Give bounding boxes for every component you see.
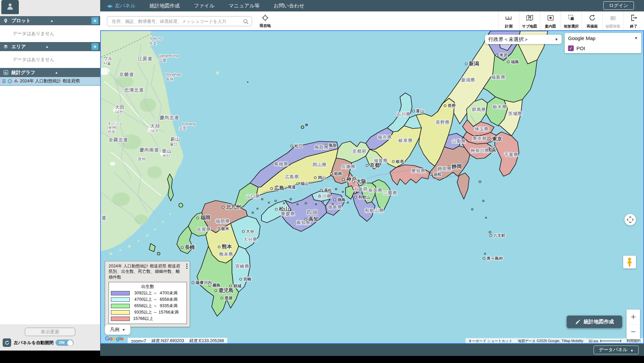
panel-refresh-button[interactable]: [3, 338, 11, 347]
exit-button[interactable]: 終了: [623, 11, 644, 31]
city-dot: [291, 145, 293, 147]
map-toolbar: 現在地 計測 サブ地図 案内図 矩形選択 再描画 秘匿情報 終了: [100, 11, 644, 31]
map-label: 福島県: [491, 75, 506, 80]
city-dot: [218, 246, 220, 248]
data-panel-button[interactable]: データパネル ▲: [594, 346, 639, 354]
map-label: 울산: [170, 142, 177, 146]
city-dot: [496, 54, 498, 56]
boundary-select[interactable]: 行政界＜未選択＞ ▼: [485, 35, 562, 44]
map-label: 岐阜: [396, 159, 404, 164]
poi-checkbox[interactable]: ✓: [568, 45, 574, 51]
overview-map-button[interactable]: 案内図: [540, 11, 561, 31]
map-label: 慶尚北道: [159, 115, 179, 120]
nav-left-panel[interactable]: 左パネル: [115, 3, 135, 9]
map-label: 香川県: [317, 194, 331, 199]
area-panel-header[interactable]: エリア ▲ +: [0, 42, 100, 51]
confidential-info-button[interactable]: 秘匿情報: [602, 11, 623, 31]
collapse-caret-icon: ▲: [55, 71, 58, 74]
map-label: ウル: [103, 56, 113, 61]
map-label: 大阪: [356, 178, 367, 184]
city-dot: [330, 173, 332, 175]
map-label: 千葉県: [504, 152, 518, 157]
map-label: 熊本県: [219, 252, 233, 257]
city-dot: [271, 187, 273, 189]
map-label: 鹿児島: [218, 287, 234, 293]
create-statmap-button[interactable]: 統計地図作成: [567, 316, 622, 328]
zoom-out-button[interactable]: −: [627, 325, 640, 339]
search-input[interactable]: [111, 19, 242, 24]
search-icon[interactable]: [242, 18, 249, 26]
stats-list-item[interactable]: ☰ 2024年 人口動態統計 都道府県: [0, 77, 100, 86]
city-dot: [343, 179, 345, 181]
toggle-knob: [67, 340, 73, 346]
zoom-in-button[interactable]: +: [627, 310, 640, 324]
map-label: 포항: [179, 126, 187, 130]
chevron-down-icon: ▼: [122, 328, 125, 332]
map-label: 동해: [166, 77, 173, 81]
map-label: 京都: [369, 162, 380, 168]
pan-control[interactable]: [625, 214, 636, 225]
auto-open-toggle[interactable]: ON: [55, 339, 74, 346]
nav-contact[interactable]: お問い合わせ: [274, 3, 304, 9]
map-label: 和歌山県: [365, 208, 384, 213]
map-label: 佐賀県: [197, 227, 211, 232]
map-label: Sokcho: [150, 36, 162, 40]
keyboard-shortcuts-link[interactable]: キーボード ショートカット: [466, 338, 515, 344]
map-label: 鳥取: [328, 143, 337, 148]
nav-manual[interactable]: マニュアル等: [229, 3, 259, 9]
latitude-readout: 緯度:N37.693203: [152, 338, 184, 344]
city-dot: [297, 183, 299, 185]
map-label: 群馬県: [472, 107, 486, 112]
measure-button[interactable]: 計測: [498, 11, 519, 31]
nav-create-statmap[interactable]: 統計地図作成: [150, 3, 180, 9]
legend-swatch: [111, 304, 130, 308]
street-view-pegman[interactable]: [623, 256, 636, 268]
map-label: 대전: [115, 110, 123, 114]
legend-menu-icon[interactable]: •••: [186, 263, 188, 269]
city-dot: [325, 144, 327, 146]
zoom-level: zoom=7: [131, 339, 146, 343]
map-label: 全羅北道: [108, 137, 128, 142]
map-label: 和歌山: [358, 195, 370, 199]
chevron-down-icon: ▼: [555, 37, 558, 41]
map-label: 宮崎県: [235, 264, 249, 269]
current-location-button[interactable]: 現在地: [257, 14, 274, 28]
map-label: Gangneung: [158, 53, 178, 58]
city-dot-center: [489, 139, 490, 140]
area-add-button[interactable]: +: [91, 43, 98, 50]
layers-icon: [3, 44, 9, 49]
nav-file[interactable]: ファイル: [194, 3, 214, 9]
stats-panel-header[interactable]: 統計グラフ ▲: [0, 68, 100, 77]
legend-toggle-button[interactable]: 凡例 ▼: [105, 325, 130, 335]
rect-select-button[interactable]: 矩形選択: [561, 11, 581, 31]
map-label: 高知: [309, 216, 319, 222]
plot-add-button[interactable]: +: [91, 17, 98, 24]
avatar-tab[interactable]: [1, 0, 19, 14]
map-label: 姫路: [334, 171, 343, 176]
bar-chart-icon: [3, 70, 9, 75]
plot-panel-header[interactable]: プロット ▲ +: [0, 16, 100, 25]
legend-row: 15766以上: [111, 316, 185, 322]
map-label: 속초: [149, 41, 157, 45]
google-logo[interactable]: Google: [105, 335, 124, 342]
submap-icon: [526, 14, 534, 23]
refresh-view-button[interactable]: 表示更新: [25, 328, 75, 336]
submap-button[interactable]: サブ地図: [519, 11, 540, 31]
map-label: 山梨県: [452, 139, 466, 144]
overview-map-icon: [547, 14, 555, 23]
redraw-icon: [588, 14, 596, 23]
map-label: 富山: [416, 109, 424, 113]
panel-collapse-icon[interactable]: ◀▶: [107, 3, 112, 8]
confidential-icon: [609, 14, 617, 23]
redraw-button[interactable]: 再描画: [581, 11, 602, 31]
map-label: 三重県: [383, 190, 397, 195]
basemap-select[interactable]: Google Map ▼: [565, 33, 641, 43]
map-label: 晋州: [138, 157, 146, 161]
legend-classes: 出生数 3092以上 ～ 4700未満 4700以上 ～ 6558未満 6558…: [109, 282, 187, 324]
map-label: 薩摩川内: [196, 280, 212, 285]
login-button[interactable]: ログイン: [603, 1, 634, 10]
map-label: 茨城県: [508, 111, 522, 116]
map-label: 大田: [115, 105, 125, 110]
chevron-up-icon: ▲: [630, 348, 634, 352]
legend-row: 4700以上 ～ 6558未満: [111, 297, 185, 302]
